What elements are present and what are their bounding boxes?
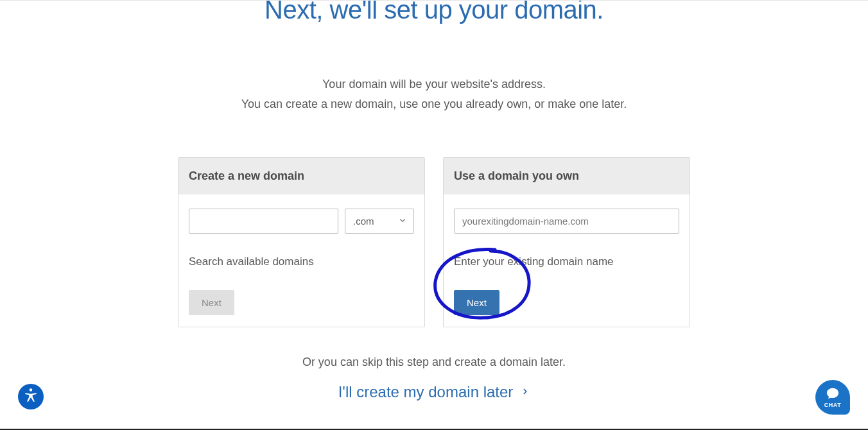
chat-icon: [826, 386, 840, 403]
existing-domain-input[interactable]: [454, 209, 679, 234]
chat-label: CHAT: [824, 402, 841, 408]
subtitle-line-2: You can create a new domain, use one you…: [241, 94, 627, 114]
card-create-domain: Create a new domain .com Search availabl…: [178, 157, 425, 327]
chevron-down-icon: [398, 216, 407, 227]
skip-link-label: I'll create my domain later: [338, 383, 514, 401]
skip-text: Or you can skip this step and create a d…: [302, 356, 566, 369]
skip-link[interactable]: I'll create my domain later: [338, 383, 530, 401]
card-own-domain-title: Use a domain you own: [444, 158, 690, 194]
tld-select[interactable]: .com: [345, 209, 414, 234]
card-own-domain: Use a domain you own Enter your existing…: [443, 157, 690, 327]
create-next-button[interactable]: Next: [189, 290, 234, 315]
card-create-domain-title: Create a new domain: [178, 158, 424, 194]
accessibility-icon: [22, 387, 39, 406]
subtitle-line-1: Your domain will be your website's addre…: [241, 74, 627, 94]
own-helper-text: Enter your existing domain name: [454, 255, 679, 268]
accessibility-button[interactable]: [18, 384, 44, 409]
page-title: Next, we'll set up your domain.: [265, 0, 603, 24]
page-subtitle: Your domain will be your website's addre…: [241, 74, 627, 114]
cards-row: Create a new domain .com Search availabl…: [178, 157, 690, 327]
own-next-button[interactable]: Next: [454, 290, 499, 315]
create-helper-text: Search available domains: [189, 255, 414, 268]
svg-point-0: [30, 388, 33, 391]
tld-selected-value: .com: [353, 216, 374, 227]
new-domain-input[interactable]: [189, 209, 338, 234]
chat-button[interactable]: CHAT: [815, 380, 850, 415]
chevron-right-icon: [521, 383, 530, 401]
